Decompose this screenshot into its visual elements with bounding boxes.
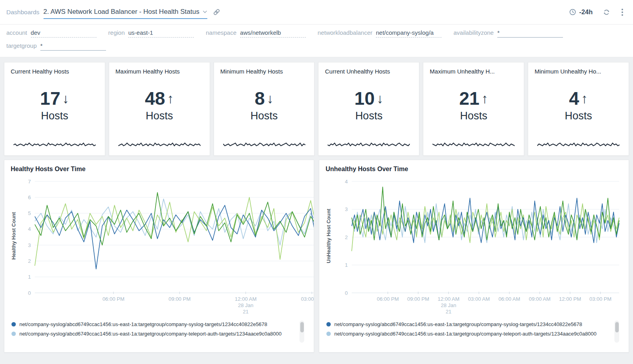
svg-text:2: 2 [345,234,348,240]
more-menu-button[interactable] [620,8,624,17]
kpi-sparkline [430,140,517,150]
trend-down-icon: ↓ [267,92,273,105]
svg-text:2: 2 [28,258,31,264]
kpi-card-body: 21↑Hosts [430,72,517,140]
svg-text:4: 4 [28,226,31,232]
filter-value-namespace[interactable]: aws/networkelb [240,29,306,38]
kpi-card: Maximum Healthy Hosts48↑Hosts [109,62,210,156]
filter-label: account [6,29,27,36]
kpi-value-number: 48 [145,89,165,108]
kpi-card: Minimum Unhealthy Ho...4↑Hosts [528,62,629,156]
kpi-sparkline [534,140,622,150]
legend-scrollbar[interactable] [614,321,619,343]
kpi-card-body: 17↓Hosts [11,72,99,140]
kpi-unit: Hosts [146,110,173,122]
kpi-card: Current Unhealthy Hosts10↓Hosts [318,62,419,156]
legend-item[interactable]: net/company-syslog/abcd6749ccac1456:us-e… [326,330,608,338]
svg-text:5: 5 [28,210,31,216]
legend-item[interactable]: net/company-syslog/abcd6749ccac1456:us-e… [11,330,293,338]
svg-text:21: 21 [446,309,451,315]
svg-text:09:00 PM: 09:00 PM [169,296,191,302]
kpi-value: 17↓ [40,89,69,108]
chart-title: Unhealthy Hosts Over Time [326,166,622,173]
kpi-value-number: 21 [459,89,479,108]
kpi-unit: Hosts [355,110,383,122]
refresh-icon [603,9,610,16]
chevron-down-icon [203,10,207,13]
filter-value-availabilityzone[interactable]: * [497,29,563,38]
line-chart: 0123406:00 PM09:00 PM12:00 AM28 Jan2103:… [334,177,622,317]
kpi-value: 4↑ [569,89,588,108]
filter-label: region [108,29,125,36]
breadcrumb-dashboards[interactable]: Dashboards [6,9,40,16]
kpi-value-number: 17 [40,89,60,108]
kpi-row: Current Healthy Hosts17↓HostsMaximum Hea… [4,62,629,156]
svg-text:03:00 PM: 03:00 PM [589,296,612,302]
legend-item[interactable]: net/company-syslog/abcd6749ccac1456:us-e… [11,321,293,328]
legend-label: net/company-syslog/abcd6749ccac1456:us-e… [334,330,597,338]
trend-up-icon: ↑ [581,92,588,105]
svg-text:1: 1 [345,262,348,268]
svg-text:3: 3 [28,242,31,248]
kpi-unit: Hosts [250,110,278,122]
svg-text:12:00 AM: 12:00 AM [235,296,257,302]
kpi-sparkline [325,140,413,150]
svg-text:1: 1 [28,274,31,280]
top-bar: Dashboards 2. AWS Network Load Balancer … [0,0,633,25]
time-range-button[interactable]: -24h [569,8,593,16]
kpi-value: 48↑ [145,89,174,108]
svg-text:6: 6 [28,194,31,200]
line-chart: 0123456706:00 PM09:00 PM12:00 AM28 Jan21… [17,177,314,317]
legend-item[interactable]: net/company-syslog/abcd6749ccac1456:us-e… [326,321,608,328]
kpi-card: Minimum Healthy Hosts8↓Hosts [214,62,315,156]
kpi-value: 8↓ [255,89,274,108]
kpi-card: Maximum Unhealthy H...21↑Hosts [423,62,524,156]
kpi-unit: Hosts [41,110,68,122]
y-axis-label: Healthy Host Count [11,177,17,295]
svg-text:09:00 AM: 09:00 AM [529,296,551,302]
refresh-button[interactable] [603,9,610,16]
filter-value-targetgroup[interactable]: * [40,42,106,51]
charts-row: Healthy Hosts Over TimeHealthy Host Coun… [4,160,629,353]
svg-text:06:00 PM: 06:00 PM [102,296,125,302]
svg-text:03:00 AM: 03:00 AM [468,296,490,302]
legend-color-dot [326,322,331,326]
filter-namespace: namespaceaws/networkelb [206,29,306,38]
kpi-card-body: 48↑Hosts [116,72,203,140]
chart-legend: net/company-syslog/abcd6749ccac1456:us-e… [326,321,622,343]
filter-value-region[interactable]: us-east-1 [128,29,194,38]
kpi-unit: Hosts [565,110,592,122]
chart-area: Healthy Host Count0123456706:00 PM09:00 … [11,177,307,319]
legend-label: net/company-syslog/abcd6749ccac1456:us-e… [334,321,582,328]
chart-panel: Unhealthy Hosts Over TimeUnHealthy Host … [319,160,629,353]
svg-text:21: 21 [243,309,248,315]
svg-text:09:00 PM: 09:00 PM [407,296,429,302]
dashboard-title-dropdown[interactable]: 2. AWS Network Load Balancer - Host Heal… [44,8,207,19]
filter-label: namespace [206,29,237,36]
chart-area: UnHealthy Host Count0123406:00 PM09:00 P… [326,177,622,319]
kpi-card-body: 10↓Hosts [325,72,413,140]
y-axis-label: UnHealthy Host Count [326,177,334,295]
svg-text:0: 0 [345,290,348,296]
kpi-unit: Hosts [460,110,487,122]
filter-bar: accountdevregionus-east-1namespaceaws/ne… [0,25,633,57]
filter-availabilityzone: availabilityzone* [453,29,563,38]
svg-text:03:00 AM: 03:00 AM [301,296,314,302]
kpi-value-number: 8 [255,89,265,108]
filter-value-account[interactable]: dev [31,29,97,38]
filter-value-networkloadbalancer[interactable]: net/company-syslog/a [376,29,442,38]
chart-title: Healthy Hosts Over Time [11,166,307,173]
filter-label: availabilityzone [453,29,494,36]
legend-color-dot [326,332,331,336]
svg-text:06:00 PM: 06:00 PM [377,296,399,302]
filter-label: targetgroup [6,42,37,49]
svg-text:06:00 AM: 06:00 AM [498,296,520,302]
kpi-value-number: 4 [569,89,579,108]
legend-label: net/company-syslog/abcd6749ccac1456:us-e… [19,330,282,338]
legend-scrollbar[interactable] [299,321,304,343]
svg-text:0: 0 [28,290,31,296]
link-icon[interactable] [213,8,220,16]
kpi-sparkline [11,140,99,150]
svg-text:7: 7 [28,179,31,185]
chart-legend: net/company-syslog/abcd6749ccac1456:us-e… [11,321,307,343]
